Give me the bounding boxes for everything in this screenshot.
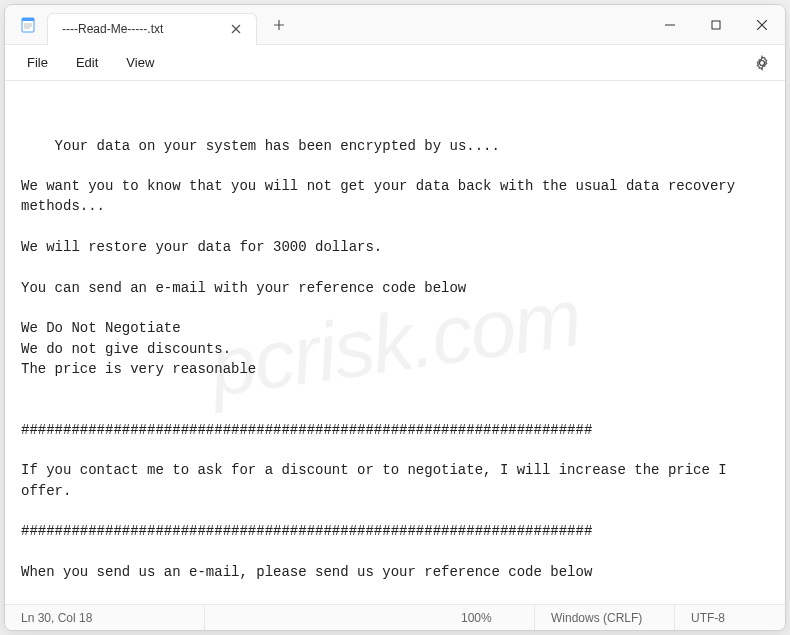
status-line-ending[interactable]: Windows (CRLF) [535, 605, 675, 630]
settings-button[interactable] [747, 48, 777, 78]
window-controls [647, 5, 785, 44]
titlebar: ----Read-Me-----.txt [5, 5, 785, 45]
menubar: File Edit View [5, 45, 785, 81]
text-editor[interactable]: pcrisk.com Your data on your system has … [5, 81, 785, 604]
svg-rect-10 [712, 21, 720, 29]
status-zoom[interactable]: 100% [445, 605, 535, 630]
gear-icon [754, 55, 770, 71]
status-encoding[interactable]: UTF-8 [675, 605, 785, 630]
svg-rect-1 [22, 18, 34, 21]
new-tab-button[interactable] [263, 9, 295, 41]
minimize-button[interactable] [647, 5, 693, 44]
menu-edit[interactable]: Edit [62, 49, 112, 76]
notepad-icon [19, 16, 37, 34]
tab-close-button[interactable] [226, 19, 246, 39]
maximize-button[interactable] [693, 5, 739, 44]
notepad-window: ----Read-Me-----.txt File Edit View [4, 4, 786, 631]
menu-view[interactable]: View [112, 49, 168, 76]
tab-title: ----Read-Me-----.txt [62, 22, 226, 36]
statusbar: Ln 30, Col 18 100% Windows (CRLF) UTF-8 [5, 604, 785, 630]
menu-file[interactable]: File [13, 49, 62, 76]
close-button[interactable] [739, 5, 785, 44]
status-cursor-position[interactable]: Ln 30, Col 18 [5, 605, 205, 630]
editor-content: Your data on your system has been encryp… [21, 138, 744, 604]
file-tab[interactable]: ----Read-Me-----.txt [47, 13, 257, 45]
